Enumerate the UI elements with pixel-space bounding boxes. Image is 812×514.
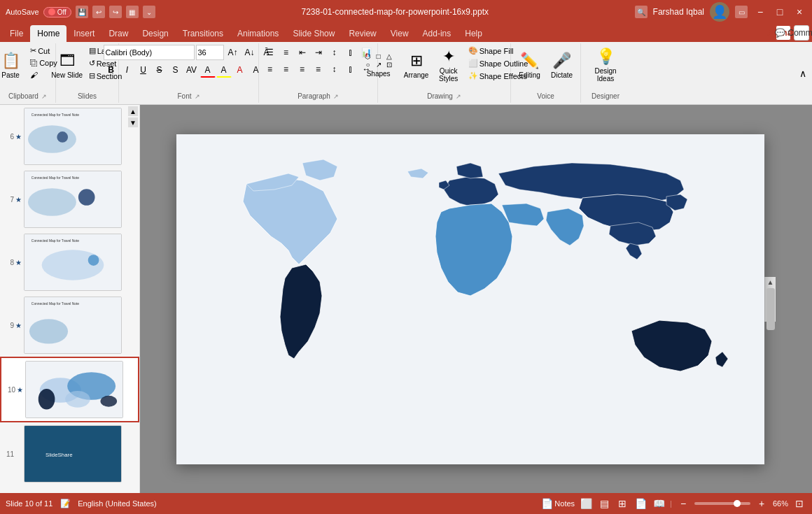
increase-font-button[interactable]: A↑ (225, 45, 241, 60)
increase-indent-button[interactable]: ⇥ (311, 45, 326, 60)
tab-file[interactable]: File (3, 25, 30, 42)
decrease-font-button[interactable]: A↓ (242, 45, 258, 60)
zoom-slider[interactable] (694, 502, 750, 505)
slide-canvas[interactable] (176, 134, 764, 464)
svg-point-6 (28, 188, 76, 215)
svg-text:Connected Map for Travel Note: Connected Map for Travel Note (31, 176, 79, 180)
redo-icon[interactable]: ↪ (109, 6, 122, 18)
save-icon[interactable]: 💾 (76, 6, 88, 18)
slide-item-9[interactable]: 9 ★ Connected Map for Travel Note (0, 294, 139, 357)
scroll-thumb[interactable] (766, 288, 775, 330)
undo-icon[interactable]: ↩ (92, 6, 105, 18)
zoom-in-button[interactable]: + (755, 497, 769, 511)
textdirection-button[interactable]: ↕ (327, 45, 342, 60)
clipboard-expand-icon[interactable]: ↗ (41, 93, 47, 100)
options-icon[interactable]: ⌄ (143, 6, 155, 18)
comments-button[interactable]: 💬 Comments (794, 25, 809, 41)
align-right-button[interactable]: ≡ (295, 62, 310, 77)
slide-number-10: 10 (3, 386, 15, 394)
slide-item-6[interactable]: 6 ★ Connected Map for Travel Note (0, 105, 139, 168)
tab-draw[interactable]: Draw (102, 25, 135, 42)
panel-scroll: ▲ ▼ (128, 106, 138, 127)
reading-view-button[interactable]: 📖 (652, 497, 666, 511)
editing-button[interactable]: ✏️ Editing (514, 45, 545, 85)
svg-point-7 (78, 189, 95, 206)
paragraph-expand-icon[interactable]: ↗ (333, 93, 339, 100)
slide-thumb-9: Connected Map for Travel Note (24, 297, 122, 354)
ribbon-display-icon[interactable]: ▭ (735, 6, 748, 18)
format-row: B I U S S AV A A A A (104, 62, 264, 78)
fontcolor-button[interactable]: A (200, 62, 216, 78)
tab-design[interactable]: Design (135, 25, 175, 42)
autosave-toggle[interactable]: Off (43, 7, 71, 17)
svg-text:Connected Map for Travel Note: Connected Map for Travel Note (31, 302, 79, 306)
decrease-indent-button[interactable]: ⇤ (295, 45, 310, 60)
right-scrollbar[interactable]: ▲ ▼ ▲ ▼ (764, 277, 776, 322)
tab-help[interactable]: Help (458, 25, 489, 42)
drawing-expand-icon[interactable]: ↗ (456, 93, 461, 100)
present-icon[interactable]: ▦ (126, 6, 139, 18)
italic-button[interactable]: I (120, 62, 135, 78)
close-button[interactable]: × (792, 5, 806, 19)
shadow-button[interactable]: S (168, 62, 183, 78)
align-center-button[interactable]: ≡ (279, 62, 294, 77)
slide-item-11[interactable]: 11 SlideShare (0, 422, 139, 485)
textcolor-button[interactable]: A (232, 62, 248, 78)
design-ideas-button[interactable]: 💡 Design Ideas (584, 45, 626, 85)
status-bar-right: 📄 Notes ⬜ ▤ ⊞ 📄 📖 | − + 66% ⊡ (541, 497, 806, 511)
font-size-input[interactable] (196, 45, 224, 60)
tab-review[interactable]: Review (342, 25, 383, 42)
normal-view-button[interactable]: ⬜ (579, 497, 593, 511)
zoom-out-button[interactable]: − (676, 497, 690, 511)
format-painter-icon: 🖌 (30, 71, 38, 79)
arrange-button[interactable]: ⊞ Arrange (401, 45, 432, 85)
slide-panel[interactable]: 6 ★ Connected Map for Travel Note 7 ★ (0, 105, 140, 493)
align-left-button[interactable]: ≡ (262, 62, 278, 77)
search-title-icon[interactable]: 🔍 (635, 6, 648, 18)
paste-button[interactable]: 📋 Paste (0, 45, 26, 85)
highlight-button[interactable]: A (216, 62, 232, 78)
panel-scroll-up[interactable]: ▲ (128, 106, 138, 116)
section-icon: ⊟ (89, 71, 95, 80)
slide-item-8[interactable]: 8 ★ Connected Map for Travel Note (0, 231, 139, 294)
numbering-button[interactable]: ≡ (279, 45, 294, 60)
slide-sorter-button[interactable]: ⊞ (615, 497, 629, 511)
columns2-button[interactable]: ⫿ (343, 62, 358, 77)
scroll-up-arrow[interactable]: ▲ (765, 277, 776, 288)
slide-info: Slide 10 of 11 (6, 499, 52, 508)
quick-styles-button[interactable]: ✦ Quick Styles (433, 45, 464, 85)
charspacing-button[interactable]: AV (184, 62, 200, 78)
font-expand-icon[interactable]: ↗ (195, 93, 200, 100)
panel-scroll-down[interactable]: ▼ (128, 117, 138, 127)
bold-button[interactable]: B (104, 62, 119, 78)
shapes-button[interactable]: ⬡□△ ○↗⊡ Shapes (358, 45, 400, 85)
svg-point-20 (100, 396, 117, 407)
notes-accessibility-icon[interactable]: 📝 (58, 497, 72, 511)
fit-slide-button[interactable]: ⊡ (792, 497, 806, 511)
tab-view[interactable]: View (384, 25, 416, 42)
underline-button[interactable]: U (136, 62, 151, 78)
dictate-button[interactable]: 🎤 Dictate (547, 45, 578, 85)
bullets-button[interactable]: ☰ (262, 45, 278, 60)
minimize-button[interactable]: − (753, 5, 767, 19)
justify-button[interactable]: ≡ (311, 62, 326, 77)
notes-page-button[interactable]: 📄 (634, 497, 648, 511)
notes-button[interactable]: 📄 Notes (541, 498, 575, 509)
ribbon-collapse-button[interactable]: ∧ (795, 66, 811, 81)
tab-animations[interactable]: Animations (230, 25, 286, 42)
font-family-input[interactable] (104, 45, 195, 60)
slide-item-7[interactable]: 7 ★ Connected Map for Travel Note (0, 168, 139, 231)
tab-insert[interactable]: Insert (66, 25, 102, 42)
columns-button[interactable]: ⫿ (343, 45, 358, 60)
new-slide-button[interactable]: 🗔 New Slide (50, 45, 85, 85)
ribbon: 📋 Paste ✂Cut ⿻Copy 🖌 Clipboard ↗ 🗔 New S… (0, 42, 812, 105)
strikethrough-button[interactable]: S (152, 62, 167, 78)
maximize-button[interactable]: □ (773, 5, 787, 19)
tab-transitions[interactable]: Transitions (176, 25, 230, 42)
linespacing-button[interactable]: ↕ (327, 62, 342, 77)
outline-view-button[interactable]: ▤ (597, 497, 611, 511)
tab-slideshow[interactable]: Slide Show (286, 25, 342, 42)
slide-item-10[interactable]: 10 ★ (0, 357, 139, 422)
tab-addins[interactable]: Add-ins (416, 25, 458, 42)
tab-home[interactable]: Home (30, 25, 66, 42)
